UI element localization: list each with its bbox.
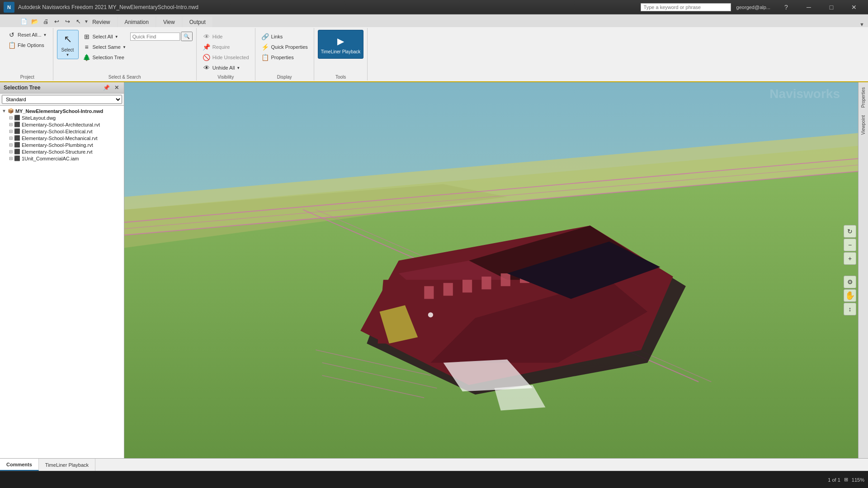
keyword-search-input[interactable]: [641, 3, 731, 11]
list-item[interactable]: ⊟ ⬛ Elementary-School-Architectural.rvt: [0, 121, 124, 128]
zoom-level: 115%: [852, 477, 864, 483]
select-search-content: ↖ Select ▼ ⊞ Select All ▼ ≡ Select Same …: [57, 29, 193, 74]
select-all-button[interactable]: ⊞ Select All ▼: [80, 32, 128, 42]
settings-tool[interactable]: ⚙: [844, 276, 856, 288]
ribbon-group-project: ↺ Reset All... ▼ 📋 File Options Project: [2, 28, 53, 80]
ribbon-group-display: 🔗 Links ⚡ Quick Properties 📋 Properties …: [255, 28, 314, 80]
quick-find-input[interactable]: [130, 33, 180, 41]
list-item[interactable]: ⊟ ⬛ Elementary-School-Mechanical.rvt: [0, 135, 124, 141]
print-button[interactable]: 🖨: [41, 16, 51, 26]
titlebar-title: Autodesk Navisworks Freedom 2021 MY_NewE…: [18, 4, 198, 10]
maximize-button[interactable]: □: [821, 1, 842, 14]
3d-viewport[interactable]: Navisworks ↻ − + ⚙ ✋ ↕: [124, 82, 858, 458]
undo-button[interactable]: ↩: [52, 16, 61, 26]
select-search-group-label: Select & Search: [108, 74, 141, 80]
quick-properties-button[interactable]: ⚡ Quick Properties: [259, 42, 310, 52]
require-icon: 📌: [203, 43, 211, 51]
links-button[interactable]: 🔗 Links: [259, 32, 310, 42]
tab-output[interactable]: Output: [183, 17, 212, 27]
help-button[interactable]: ?: [776, 1, 797, 14]
project-small-btns: ↺ Reset All... ▼ 📋 File Options: [5, 30, 49, 50]
select-dropdown-arrow: ▼: [66, 53, 70, 57]
open-button[interactable]: 📂: [30, 16, 40, 26]
zoom-out-tool[interactable]: −: [844, 239, 856, 251]
svg-point-30: [428, 312, 433, 317]
file-options-button[interactable]: 📋 File Options: [5, 40, 49, 50]
orbit-tool[interactable]: ↻: [844, 225, 856, 238]
cursor-button[interactable]: ↖: [73, 16, 83, 26]
select-button[interactable]: ↖ Select ▼: [57, 30, 79, 59]
reset-all-icon: ↺: [8, 31, 16, 38]
links-icon: 🔗: [261, 33, 269, 40]
unhide-all-arrow: ▼: [236, 66, 240, 70]
panel-close-button[interactable]: ✕: [113, 84, 120, 91]
iam-icon: ⬛: [14, 155, 20, 161]
standard-dropdown[interactable]: Standard Compact Properties Sets: [2, 95, 122, 104]
hide-unselected-icon: 🚫: [203, 54, 211, 61]
list-item[interactable]: ⊟ ⬛ Elementary-School-Structure.rvt: [0, 148, 124, 155]
zoom-in-tool[interactable]: +: [844, 252, 856, 265]
close-button[interactable]: ✕: [844, 1, 864, 14]
tab-review[interactable]: Review: [85, 17, 117, 27]
list-item[interactable]: ⊟ ⬛ Elementary-School-Electrical.rvt: [0, 128, 124, 135]
reset-all-button[interactable]: ↺ Reset All... ▼: [5, 30, 49, 40]
tree-expand-icon-6: ⊟: [9, 149, 13, 154]
list-item[interactable]: ▼ 📦 MY_NewElementarySchool-Intro.nwd: [0, 108, 124, 114]
tools-group-label: Tools: [335, 74, 346, 80]
project-group-label: Project: [20, 74, 34, 80]
visibility-group-label: Visibility: [217, 74, 234, 80]
reset-all-arrow: ▼: [43, 33, 47, 37]
qa-expand[interactable]: ▼: [84, 19, 89, 24]
panel-pin-button[interactable]: 📌: [102, 84, 111, 91]
page-layout-icon: ⊞: [844, 477, 848, 483]
list-item[interactable]: ⊟ ⬛ Elementary-School-Plumbing.rvt: [0, 141, 124, 148]
display-small-btns: 🔗 Links ⚡ Quick Properties 📋 Properties: [259, 32, 310, 62]
list-item[interactable]: ⊟ ⬛ SiteLayout.dwg: [0, 114, 124, 121]
properties-icon: 📋: [261, 54, 269, 61]
panel-title: Selection Tree: [4, 84, 40, 91]
viewpoint-tab[interactable]: Viewpoint: [859, 112, 868, 138]
unhide-all-button[interactable]: 👁 Unhide All ▼: [200, 63, 251, 73]
select-small-btns: ⊞ Select All ▼ ≡ Select Same ▼ 🌲 Selecti…: [80, 32, 128, 62]
properties-button[interactable]: 📋 Properties: [259, 52, 310, 62]
list-item[interactable]: ⊟ ⬛ 1Unit_CommercialAC.iam: [0, 155, 124, 162]
select-same-button[interactable]: ≡ Select Same ▼: [80, 42, 128, 52]
svg-rect-15: [443, 283, 453, 296]
select-same-arrow: ▼: [123, 45, 126, 49]
tree-expand-icon-5: ⊟: [9, 142, 13, 147]
nav-tool[interactable]: ✋: [844, 289, 856, 302]
redo-button[interactable]: ↪: [62, 16, 72, 26]
statusbar: 1 of 1 ⊞ 115%: [0, 471, 868, 488]
ribbon-group-select-search: ↖ Select ▼ ⊞ Select All ▼ ≡ Select Same …: [53, 28, 197, 80]
select-same-icon: ≡: [83, 43, 91, 51]
pan-tool[interactable]: ↕: [844, 303, 856, 315]
tab-animation[interactable]: Animation: [118, 17, 156, 27]
hide-unselected-button[interactable]: 🚫 Hide Unselected: [200, 52, 251, 62]
quick-find-area: 🔍: [130, 32, 193, 41]
selection-tree-button[interactable]: 🌲 Selection Tree: [80, 52, 128, 62]
timeliner-button[interactable]: ▶ TimeLiner Playback: [318, 30, 363, 59]
require-button[interactable]: 📌 Require: [200, 42, 251, 52]
tab-view[interactable]: View: [156, 17, 182, 27]
selection-tree-icon: 🌲: [83, 54, 91, 61]
select-all-arrow: ▼: [115, 35, 118, 39]
minimize-button[interactable]: ─: [798, 1, 819, 14]
rvt-icon-5: ⬛: [14, 149, 20, 155]
svg-rect-16: [462, 280, 472, 292]
tree-expand-icon-1: ⊟: [9, 115, 13, 120]
quick-find-search-button[interactable]: 🔍: [181, 32, 193, 41]
navisworks-watermark: Navisworks: [769, 87, 840, 101]
unhide-all-icon: 👁: [203, 64, 211, 71]
tab-comments[interactable]: Comments: [0, 459, 39, 471]
hide-button[interactable]: 👁 Hide: [200, 32, 251, 42]
tab-timeliner-playback[interactable]: TimeLiner Playback: [39, 459, 95, 471]
panel-header: Selection Tree 📌 ✕: [0, 82, 124, 94]
ribbon: Home Viewpoint Review Animation View Out…: [0, 14, 868, 82]
project-buttons: ↺ Reset All... ▼ 📋 File Options: [5, 29, 49, 74]
new-button[interactable]: 📄: [19, 16, 29, 26]
tree-content: ▼ 📦 MY_NewElementarySchool-Intro.nwd ⊟ ⬛…: [0, 106, 124, 458]
titlebar-controls: georged@alp... ? ─ □ ✕: [641, 1, 864, 14]
ribbon-tab-bar: Home Viewpoint Review Animation View Out…: [0, 14, 868, 27]
properties-tab[interactable]: Properties: [859, 84, 868, 111]
ribbon-group-tools: ▶ TimeLiner Playback Tools: [314, 28, 368, 80]
